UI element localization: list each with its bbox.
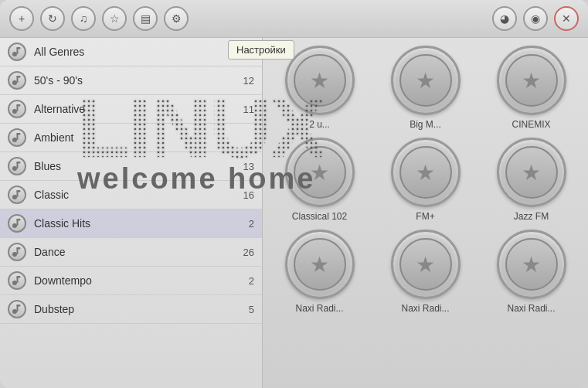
svg-rect-20 xyxy=(17,219,21,221)
toolbar-left: + ↻ ♫ ☆ ▤ ⚙ xyxy=(9,6,189,31)
genre-count-label: 11 xyxy=(231,104,254,115)
station-item[interactable]: ★CINEMIX xyxy=(482,46,580,130)
toolbar: + ↻ ♫ ☆ ▤ ⚙ ◕ ◉ ✕ xyxy=(0,0,588,38)
genre-music-icon xyxy=(8,300,26,318)
svg-rect-11 xyxy=(17,133,21,135)
genre-item[interactable]: Classic16 xyxy=(0,181,262,209)
genre-music-icon xyxy=(8,100,26,118)
genre-item[interactable]: Dubstep5 xyxy=(0,295,262,324)
genre-name-label: Classic xyxy=(34,189,231,201)
svg-point-24 xyxy=(12,281,17,285)
genre-music-icon xyxy=(8,214,26,233)
station-circle-inner: ★ xyxy=(294,238,346,291)
music-button[interactable]: ♫ xyxy=(71,6,96,31)
station-circle: ★ xyxy=(285,46,355,115)
station-label: 2 u... xyxy=(309,119,330,130)
station-circle-inner: ★ xyxy=(294,146,346,199)
genre-item[interactable]: Alternative11 xyxy=(0,95,262,124)
genre-count-label: 2 xyxy=(231,275,254,287)
station-grid: ★2 u...★Big M...★CINEMIX★Classical 102★F… xyxy=(270,46,580,314)
settings-button[interactable]: ⚙ xyxy=(164,6,189,31)
station-circle: ★ xyxy=(391,230,461,299)
genre-count-label: 5 xyxy=(231,304,254,315)
station-item[interactable]: ★Naxi Radi... xyxy=(376,230,474,314)
svg-point-3 xyxy=(12,80,17,85)
station-label: CINEMIX xyxy=(512,119,550,130)
genre-item[interactable]: Classic Hits2 xyxy=(0,209,262,238)
station-circle: ★ xyxy=(497,230,566,299)
svg-point-9 xyxy=(12,138,17,142)
svg-rect-2 xyxy=(17,47,21,49)
add-button[interactable]: + xyxy=(9,6,34,31)
station-star-icon: ★ xyxy=(310,160,329,185)
station-circle: ★ xyxy=(391,46,461,115)
station-star-icon: ★ xyxy=(522,160,541,185)
station-star-icon: ★ xyxy=(522,68,541,94)
genre-name-label: All Genres xyxy=(34,46,231,58)
station-item[interactable]: ★Classical 102 xyxy=(270,138,369,222)
svg-rect-8 xyxy=(17,104,21,107)
svg-rect-29 xyxy=(17,305,21,307)
genre-name-label: Dance xyxy=(34,246,231,258)
svg-rect-17 xyxy=(17,190,21,192)
svg-point-15 xyxy=(12,195,17,199)
genre-music-icon xyxy=(8,271,26,290)
station-label: Naxi Radi... xyxy=(401,303,449,314)
station-circle: ★ xyxy=(285,138,355,207)
svg-point-12 xyxy=(12,166,17,171)
station-star-icon: ★ xyxy=(416,160,435,185)
genre-item[interactable]: Downtempo2 xyxy=(0,267,262,295)
station-circle: ★ xyxy=(497,138,566,207)
station-item[interactable]: ★Naxi Radi... xyxy=(482,230,580,314)
station-item[interactable]: ★Jazz FM xyxy=(482,138,580,222)
station-label: Classical 102 xyxy=(292,211,347,222)
genre-count-label: 2 xyxy=(231,218,254,230)
svg-rect-23 xyxy=(17,247,21,250)
station-item[interactable]: ★Naxi Radi... xyxy=(270,230,369,314)
genre-music-icon xyxy=(8,128,26,147)
svg-rect-26 xyxy=(17,276,21,278)
station-item[interactable]: ★FM+ xyxy=(376,138,474,222)
station-star-icon: ★ xyxy=(522,252,541,277)
station-circle: ★ xyxy=(497,46,566,115)
genre-count-label: 12 xyxy=(231,75,254,87)
genre-item[interactable]: 50's - 90's12 xyxy=(0,66,262,95)
close-button[interactable]: ✕ xyxy=(554,6,579,31)
genre-name-label: Dubstep xyxy=(34,303,231,315)
svg-rect-14 xyxy=(17,162,21,164)
back-button[interactable]: ↻ xyxy=(40,6,65,31)
genre-music-icon xyxy=(8,71,26,90)
station-circle-inner: ★ xyxy=(505,54,558,107)
chart-button[interactable]: ▤ xyxy=(133,6,158,31)
genre-music-icon xyxy=(8,157,26,175)
station-circle-inner: ★ xyxy=(399,54,452,107)
station-star-icon: ★ xyxy=(310,252,329,277)
star-button[interactable]: ☆ xyxy=(102,6,127,31)
station-item[interactable]: ★Big M... xyxy=(376,46,474,130)
station-label: Naxi Radi... xyxy=(295,303,343,314)
station-circle-inner: ★ xyxy=(294,54,346,107)
genre-item[interactable]: Blues13 xyxy=(0,152,262,181)
station-circle: ★ xyxy=(391,138,461,207)
genre-item[interactable]: All Genres xyxy=(0,38,262,66)
genre-item[interactable]: Dance26 xyxy=(0,238,262,267)
genre-name-label: 50's - 90's xyxy=(34,74,231,87)
svg-point-21 xyxy=(12,252,17,257)
genre-item[interactable]: Ambient xyxy=(0,124,262,152)
main-content: All Genres50's - 90's12Alternative11Ambi… xyxy=(0,38,588,388)
genre-count-label: 13 xyxy=(231,161,254,172)
palette-button[interactable]: ◕ xyxy=(492,6,517,31)
station-star-icon: ★ xyxy=(416,252,435,277)
station-circle-inner: ★ xyxy=(399,238,452,291)
station-circle-inner: ★ xyxy=(505,238,558,291)
station-label: Naxi Radi... xyxy=(507,303,555,314)
station-label: Big M... xyxy=(410,119,441,130)
record-button[interactable]: ◉ xyxy=(523,6,548,31)
svg-point-6 xyxy=(12,109,17,114)
toolbar-right: ◕ ◉ ✕ xyxy=(492,6,579,31)
station-label: FM+ xyxy=(416,211,434,222)
genre-name-label: Classic Hits xyxy=(34,217,231,230)
genre-name-label: Blues xyxy=(34,160,231,172)
svg-point-27 xyxy=(12,309,17,314)
genre-name-label: Alternative xyxy=(34,103,231,115)
